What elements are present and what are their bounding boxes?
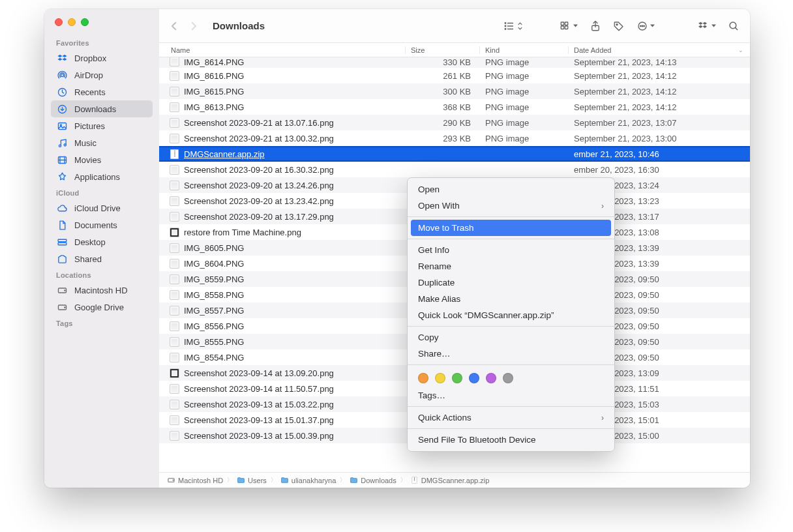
dropbox-toolbar-button[interactable]: [696, 19, 717, 33]
folder-icon: [350, 476, 358, 484]
group-by-button[interactable]: [558, 19, 579, 33]
col-date: Date Added⌄: [569, 46, 750, 54]
sidebar-item-label: Shared: [74, 254, 102, 264]
svg-rect-41: [414, 477, 415, 480]
column-headers[interactable]: Name Size Kind Date Added⌄: [159, 43, 750, 57]
action-menu-button[interactable]: [635, 19, 656, 33]
file-row[interactable]: Screenshot 2023-09-21 at 13.07.16.png290…: [159, 115, 750, 130]
path-crumb[interactable]: Downloads: [350, 476, 396, 484]
minimize-window-button[interactable]: [68, 18, 76, 26]
chevron-right-icon: 〉: [340, 476, 346, 484]
file-name: IMG_8613.PNG: [184, 102, 406, 112]
file-row[interactable]: IMG_8613.PNG368 KBPNG imageSeptember 21,…: [159, 99, 750, 115]
tag-color[interactable]: [418, 373, 428, 383]
menu-item[interactable]: Open: [408, 181, 614, 198]
menu-item[interactable]: Quick Look “DMGScanner.app.zip”: [408, 307, 614, 323]
sidebar-item-googledrive[interactable]: Google Drive: [51, 299, 153, 316]
file-row[interactable]: Screenshot 2023-09-20 at 16.30.32.pngemb…: [159, 162, 750, 177]
file-icon: [168, 57, 180, 67]
airdrop-icon: [56, 69, 68, 81]
zoom-window-button[interactable]: [81, 18, 89, 26]
svg-point-21: [505, 25, 506, 27]
sidebar-item-documents[interactable]: Documents: [51, 216, 153, 233]
sidebar-item-desktop[interactable]: Desktop: [51, 233, 153, 250]
sidebar-item-label: Desktop: [74, 237, 106, 247]
back-button[interactable]: [168, 20, 180, 32]
menu-item[interactable]: Make Alias: [408, 291, 614, 307]
file-date: ember 21, 2023, 10:46: [569, 149, 750, 159]
sidebar-item-label: Google Drive: [74, 303, 124, 312]
svg-point-36: [730, 22, 736, 29]
search-button[interactable]: [726, 19, 741, 33]
context-menu[interactable]: OpenOpen With›Move to TrashGet InfoRenam…: [407, 177, 615, 452]
svg-point-20: [505, 22, 506, 23]
tag-color[interactable]: [469, 373, 479, 383]
svg-point-16: [64, 306, 65, 307]
tag-color[interactable]: [486, 373, 496, 383]
file-icon: [168, 320, 180, 332]
menu-item[interactable]: Share…: [408, 346, 614, 362]
menu-separator: [408, 326, 614, 327]
file-row[interactable]: Screenshot 2023-09-21 at 13.00.32.png293…: [159, 130, 750, 146]
file-name: Screenshot 2023-09-20 at 16.30.32.png: [184, 165, 406, 175]
sidebar-item-pictures[interactable]: Pictures: [51, 117, 153, 134]
file-date: ember 20, 2023, 16:30: [569, 165, 750, 175]
path-crumb[interactable]: DMGScanner.app.zip: [410, 476, 490, 484]
tag-color[interactable]: [503, 373, 513, 383]
file-name: IMG_8554.PNG: [184, 353, 406, 362]
menu-item[interactable]: Send File To Bluetooth Device: [408, 432, 614, 448]
menu-item[interactable]: Get Info: [408, 242, 614, 258]
menu-item[interactable]: Move to Trash: [411, 220, 611, 236]
file-size: 300 KB: [406, 87, 480, 96]
menu-item[interactable]: Quick Actions›: [408, 409, 614, 426]
desk-icon: [56, 236, 68, 248]
file-row[interactable]: IMG_8614.PNG330 KBPNG imageSeptember 21,…: [159, 57, 750, 68]
file-date: September 21, 2023, 14:12: [569, 102, 750, 112]
tags-button[interactable]: [612, 19, 626, 33]
path-bar[interactable]: Macintosh HD〉Users〉ulianakharyna〉Downloa…: [159, 472, 750, 488]
cloud-icon: [56, 202, 68, 214]
chevron-right-icon: ›: [601, 413, 604, 422]
sidebar-item-recents[interactable]: Recents: [51, 83, 153, 100]
sidebar-item-label: Pictures: [74, 121, 105, 131]
sidebar-item-macintoshhd[interactable]: Macintosh HD: [51, 282, 153, 299]
file-icon: [168, 117, 180, 128]
tag-color[interactable]: [435, 373, 445, 383]
sidebar-item-shared[interactable]: Shared: [51, 250, 153, 267]
path-crumb[interactable]: Macintosh HD: [167, 476, 223, 484]
forward-button[interactable]: [188, 20, 200, 32]
file-row[interactable]: DMGScanner.app.zipember 21, 2023, 10:46: [159, 146, 750, 162]
file-name: Screenshot 2023-09-21 at 13.00.32.png: [184, 134, 406, 143]
sidebar-item-iclouddrive[interactable]: iCloud Drive: [51, 200, 153, 216]
sidebar-item-applications[interactable]: Applications: [51, 168, 153, 185]
menu-item[interactable]: Open With›: [408, 198, 614, 214]
menu-item[interactable]: Copy: [408, 329, 614, 346]
menu-separator: [408, 216, 614, 217]
sidebar-item-label: iCloud Drive: [74, 203, 121, 213]
svg-point-39: [173, 480, 173, 480]
file-icon: [168, 211, 180, 222]
tag-color[interactable]: [452, 373, 462, 383]
file-row[interactable]: IMG_8615.PNG300 KBPNG imageSeptember 21,…: [159, 83, 750, 99]
section-locations: Locations: [51, 267, 153, 282]
share-button[interactable]: [588, 19, 603, 33]
file-size: 290 KB: [406, 118, 480, 128]
path-crumb[interactable]: Users: [237, 476, 267, 484]
toolbar: Downloads: [159, 9, 750, 43]
path-crumb[interactable]: ulianakharyna: [280, 476, 337, 484]
menu-item[interactable]: Rename: [408, 258, 614, 274]
sidebar-item-airdrop[interactable]: AirDrop: [51, 66, 153, 83]
close-window-button[interactable]: [55, 18, 63, 26]
sidebar-item-dropbox[interactable]: Dropbox: [51, 50, 153, 66]
menu-item[interactable]: Duplicate: [408, 274, 614, 291]
svg-rect-11: [58, 239, 67, 242]
menu-item[interactable]: Tags…: [408, 387, 614, 404]
sidebar-item-movies[interactable]: Movies: [51, 151, 153, 168]
file-name: restore from Time Machine.png: [184, 228, 406, 237]
file-row[interactable]: IMG_8616.PNG261 KBPNG imageSeptember 21,…: [159, 68, 750, 83]
sidebar-item-music[interactable]: Music: [51, 134, 153, 151]
file-name: IMG_8616.PNG: [184, 71, 406, 81]
file-name: Screenshot 2023-09-13 at 15.03.22.png: [184, 400, 406, 409]
view-list-button[interactable]: [502, 19, 524, 33]
sidebar-item-downloads[interactable]: Downloads: [51, 100, 153, 117]
